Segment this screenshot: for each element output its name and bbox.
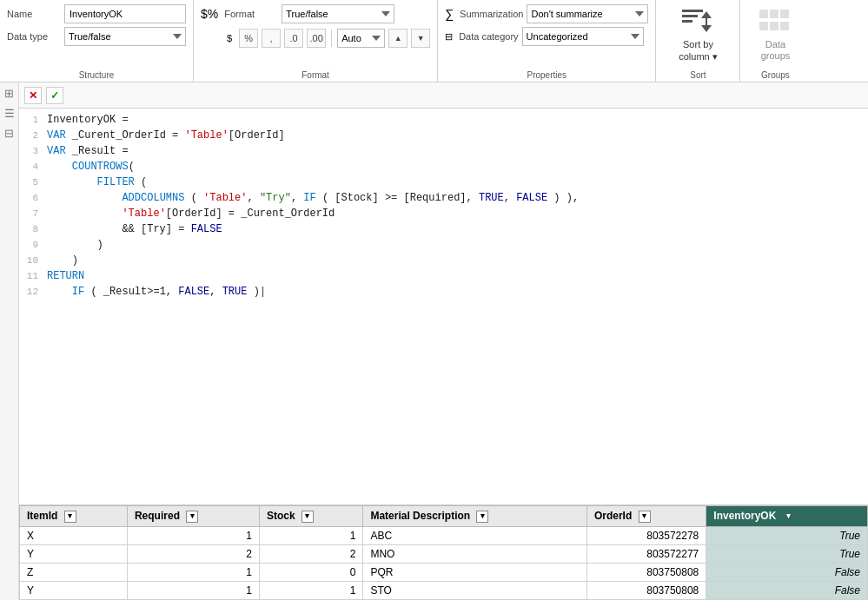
code-line-7: 7 'Table'[OrderId] = _Curent_OrderId	[19, 206, 868, 221]
filter-required[interactable]: ▾	[186, 511, 198, 523]
sort-section: Sort by column ▾ Sort	[656, 0, 740, 82]
toolbar: Name Data type True/false Structure $% F…	[0, 0, 868, 82]
code-line-1: 1 InventoryOK =	[19, 112, 868, 128]
cell-itemid: Y	[20, 582, 128, 600]
cell-required: 2	[127, 545, 259, 564]
cell-inventoryok: False	[706, 582, 868, 600]
svg-marker-3	[701, 11, 712, 18]
decimal-inc-btn[interactable]: .0	[284, 29, 303, 48]
data-table: ItemId ▾ Required ▾ Stock ▾ Material D	[19, 505, 868, 600]
data-groups-text: Data groups	[761, 39, 791, 62]
svg-rect-7	[770, 10, 779, 18]
code-line-10: 10 )	[19, 253, 868, 268]
cell-stock: 2	[259, 545, 362, 564]
groups-icon-container	[756, 4, 794, 39]
format-select[interactable]: True/false	[282, 4, 394, 23]
filter-materialdesc[interactable]: ▾	[476, 511, 488, 523]
groups-icon	[758, 6, 792, 37]
filter-itemid[interactable]: ▾	[64, 511, 76, 523]
cell-stock: 0	[259, 564, 362, 582]
filter-stock[interactable]: ▾	[301, 511, 314, 523]
name-row: Name	[7, 4, 186, 23]
cell-itemid: Y	[20, 545, 128, 564]
currency-icon: $	[227, 33, 232, 43]
cell-inventoryok: True	[706, 527, 868, 545]
confirm-button[interactable]: ✓	[46, 87, 63, 104]
filter-orderid[interactable]: ▾	[639, 511, 651, 523]
chart-icon[interactable]: ⊟	[4, 128, 14, 139]
svg-rect-1	[682, 15, 698, 17]
svg-rect-9	[759, 22, 768, 30]
col-materialdesc: Material Description ▾	[363, 506, 586, 527]
percent-icon: $%	[201, 7, 218, 21]
cell-orderid: 803750808	[586, 564, 706, 582]
fmt-up-btn[interactable]: ▲	[388, 29, 407, 48]
code-line-6: 6 ADDCOLUMNS ( 'Table', "Try", IF ( [Sto…	[19, 190, 868, 206]
fmt-down-btn[interactable]: ▼	[411, 29, 430, 48]
code-line-11: 11 RETURN	[19, 268, 868, 284]
groups-label: Groups	[740, 70, 810, 80]
code-editor[interactable]: 1 InventoryOK = 2 VAR _Curent_OrderId = …	[19, 109, 868, 504]
table-row: X 1 1 ABC 803572278 True	[20, 527, 868, 545]
cell-itemid: X	[20, 527, 128, 545]
cell-orderid: 803572277	[586, 545, 706, 564]
svg-rect-10	[770, 22, 779, 30]
svg-rect-8	[780, 10, 789, 18]
svg-rect-11	[780, 22, 789, 30]
sort-icon	[680, 6, 715, 37]
code-line-12: 12 IF ( _Result>=1, FALSE, TRUE )	[19, 284, 868, 300]
code-line-5: 5 FILTER (	[19, 175, 868, 190]
col-orderid: OrderId ▾	[586, 506, 706, 527]
sort-by-column-button[interactable]: Sort by column ▾	[663, 39, 732, 63]
decimal-dec-btn[interactable]: .00	[307, 29, 326, 48]
cell-stock: 1	[259, 582, 362, 600]
cell-itemid: Z	[20, 564, 128, 582]
cell-stock: 1	[259, 527, 362, 545]
col-inventoryok: InventoryOK ▾	[706, 506, 868, 527]
code-line-9: 9 )	[19, 237, 868, 253]
data-table-container: ItemId ▾ Required ▾ Stock ▾ Material D	[19, 504, 868, 600]
svg-rect-2	[682, 20, 692, 23]
table-icon[interactable]: ⊞	[4, 88, 14, 99]
cell-materialdesc: MNO	[363, 545, 586, 564]
format-prefix-label: Format	[224, 9, 278, 19]
filter-inventoryok[interactable]: ▾	[783, 511, 795, 523]
datacategory-select[interactable]: Uncategorized	[522, 27, 644, 46]
sort-by-sub-label: column ▾	[679, 51, 718, 63]
name-label: Name	[7, 9, 61, 19]
cell-orderid: 803750808	[586, 582, 706, 600]
format-label: Format	[194, 70, 437, 80]
datacategory-row: ⊟ Data category Uncategorized	[445, 27, 648, 46]
code-line-8: 8 && [Try] = FALSE	[19, 221, 868, 237]
datatype-select[interactable]: True/false	[64, 27, 186, 46]
col-itemid: ItemId ▾	[20, 506, 128, 527]
summarization-row: ∑ Summarization Don't summarize	[445, 4, 648, 23]
cell-orderid: 803572278	[586, 527, 706, 545]
cell-required: 1	[127, 582, 259, 600]
cell-materialdesc: STO	[363, 582, 586, 600]
cell-materialdesc: ABC	[363, 527, 586, 545]
comma-btn[interactable]: ,	[262, 29, 281, 48]
cell-inventoryok: True	[706, 545, 868, 564]
sort-label: Sort	[656, 70, 739, 80]
cell-inventoryok: False	[706, 564, 868, 582]
svg-rect-5	[706, 18, 707, 25]
summarization-select[interactable]: Don't summarize	[527, 4, 648, 23]
properties-label: Properties	[438, 70, 655, 80]
left-icon-strip: ⊞ ☰ ⊟	[0, 82, 19, 600]
format-row: $% Format True/false	[201, 4, 430, 23]
format-section: $% Format True/false $ % , .0 .00 Auto ▲…	[194, 0, 438, 82]
groups-section: Data groups Groups	[740, 0, 810, 82]
category-icon: ⊟	[445, 31, 453, 43]
editor-and-table: ✕ ✓ 1 InventoryOK = 2 VAR _Curent_OrderI…	[19, 82, 868, 600]
auto-select[interactable]: Auto	[337, 29, 385, 48]
svg-rect-0	[682, 10, 703, 12]
code-line-4: 4 COUNTROWS(	[19, 159, 868, 175]
name-input[interactable]	[64, 4, 186, 23]
cancel-button[interactable]: ✕	[24, 87, 42, 104]
cell-required: 1	[127, 527, 259, 545]
cell-materialdesc: PQR	[363, 564, 586, 582]
list-icon[interactable]: ☰	[4, 108, 15, 119]
summarization-label: Summarization	[460, 9, 523, 19]
percent-btn[interactable]: %	[239, 29, 258, 48]
